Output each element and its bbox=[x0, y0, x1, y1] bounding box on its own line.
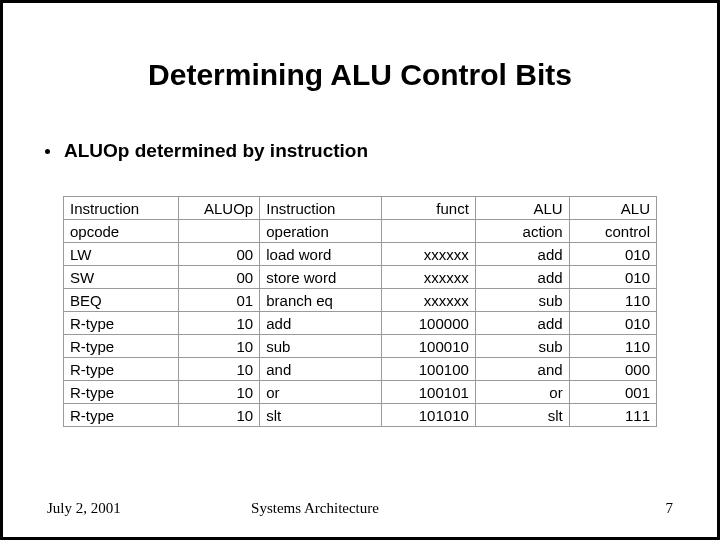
cell-op: and bbox=[260, 358, 382, 381]
slide-title: Determining ALU Control Bits bbox=[3, 58, 717, 92]
table-header-row-1: Instruction ALUOp Instruction funct ALU … bbox=[64, 197, 657, 220]
cell-op: or bbox=[260, 381, 382, 404]
hdr-action-a: ALU bbox=[475, 197, 569, 220]
cell-instr: R-type bbox=[64, 404, 179, 427]
table-row: R-type10and100100and000 bbox=[64, 358, 657, 381]
hdr-funct: funct bbox=[382, 197, 476, 220]
cell-ctrl: 110 bbox=[569, 335, 656, 358]
cell-action: and bbox=[475, 358, 569, 381]
cell-aluop: 01 bbox=[179, 289, 260, 312]
cell-action: sub bbox=[475, 289, 569, 312]
hdr-ctrl-a: ALU bbox=[569, 197, 656, 220]
cell-funct: 100010 bbox=[382, 335, 476, 358]
bullet-item: ALUOp determined by instruction bbox=[45, 140, 717, 162]
hdr-funct-b bbox=[382, 220, 476, 243]
bullet-icon bbox=[45, 149, 50, 154]
cell-ctrl: 111 bbox=[569, 404, 656, 427]
cell-instr: LW bbox=[64, 243, 179, 266]
cell-ctrl: 010 bbox=[569, 312, 656, 335]
cell-aluop: 10 bbox=[179, 335, 260, 358]
cell-op: slt bbox=[260, 404, 382, 427]
table-row: R-type10or100101or001 bbox=[64, 381, 657, 404]
cell-funct: 100000 bbox=[382, 312, 476, 335]
cell-op: load word bbox=[260, 243, 382, 266]
hdr-op-b: operation bbox=[260, 220, 382, 243]
cell-instr: BEQ bbox=[64, 289, 179, 312]
cell-aluop: 00 bbox=[179, 243, 260, 266]
hdr-instr-b: opcode bbox=[64, 220, 179, 243]
alu-table-wrap: Instruction ALUOp Instruction funct ALU … bbox=[63, 196, 657, 427]
table-header-row-2: opcode operation action control bbox=[64, 220, 657, 243]
cell-ctrl: 010 bbox=[569, 243, 656, 266]
cell-ctrl: 110 bbox=[569, 289, 656, 312]
hdr-action-b: action bbox=[475, 220, 569, 243]
cell-instr: R-type bbox=[64, 358, 179, 381]
cell-instr: R-type bbox=[64, 381, 179, 404]
cell-instr: R-type bbox=[64, 335, 179, 358]
alu-table: Instruction ALUOp Instruction funct ALU … bbox=[63, 196, 657, 427]
table-row: BEQ01branch eqxxxxxxsub110 bbox=[64, 289, 657, 312]
cell-action: add bbox=[475, 243, 569, 266]
cell-instr: R-type bbox=[64, 312, 179, 335]
cell-aluop: 10 bbox=[179, 381, 260, 404]
cell-action: add bbox=[475, 312, 569, 335]
cell-funct: xxxxxx bbox=[382, 266, 476, 289]
cell-action: add bbox=[475, 266, 569, 289]
cell-op: add bbox=[260, 312, 382, 335]
cell-aluop: 10 bbox=[179, 358, 260, 381]
cell-aluop: 10 bbox=[179, 404, 260, 427]
slide-footer: July 2, 2001 Systems Architecture 7 bbox=[3, 500, 717, 517]
cell-funct: 100101 bbox=[382, 381, 476, 404]
cell-ctrl: 000 bbox=[569, 358, 656, 381]
cell-ctrl: 010 bbox=[569, 266, 656, 289]
table-row: R-type10sub100010sub110 bbox=[64, 335, 657, 358]
footer-course: Systems Architecture bbox=[0, 500, 717, 517]
cell-action: slt bbox=[475, 404, 569, 427]
cell-action: sub bbox=[475, 335, 569, 358]
cell-action: or bbox=[475, 381, 569, 404]
cell-op: branch eq bbox=[260, 289, 382, 312]
hdr-aluop-b bbox=[179, 220, 260, 243]
table-row: R-type10add100000add010 bbox=[64, 312, 657, 335]
hdr-instr-a: Instruction bbox=[64, 197, 179, 220]
table-row: LW00load wordxxxxxxadd010 bbox=[64, 243, 657, 266]
cell-funct: xxxxxx bbox=[382, 243, 476, 266]
cell-ctrl: 001 bbox=[569, 381, 656, 404]
hdr-ctrl-b: control bbox=[569, 220, 656, 243]
slide-frame: Determining ALU Control Bits ALUOp deter… bbox=[0, 0, 720, 540]
cell-instr: SW bbox=[64, 266, 179, 289]
hdr-op-a: Instruction bbox=[260, 197, 382, 220]
cell-funct: xxxxxx bbox=[382, 289, 476, 312]
cell-aluop: 10 bbox=[179, 312, 260, 335]
cell-op: sub bbox=[260, 335, 382, 358]
cell-op: store word bbox=[260, 266, 382, 289]
cell-funct: 101010 bbox=[382, 404, 476, 427]
bullet-text: ALUOp determined by instruction bbox=[64, 140, 368, 162]
table-row: R-type10slt101010slt111 bbox=[64, 404, 657, 427]
cell-funct: 100100 bbox=[382, 358, 476, 381]
table-row: SW00store wordxxxxxxadd010 bbox=[64, 266, 657, 289]
hdr-aluop: ALUOp bbox=[179, 197, 260, 220]
cell-aluop: 00 bbox=[179, 266, 260, 289]
